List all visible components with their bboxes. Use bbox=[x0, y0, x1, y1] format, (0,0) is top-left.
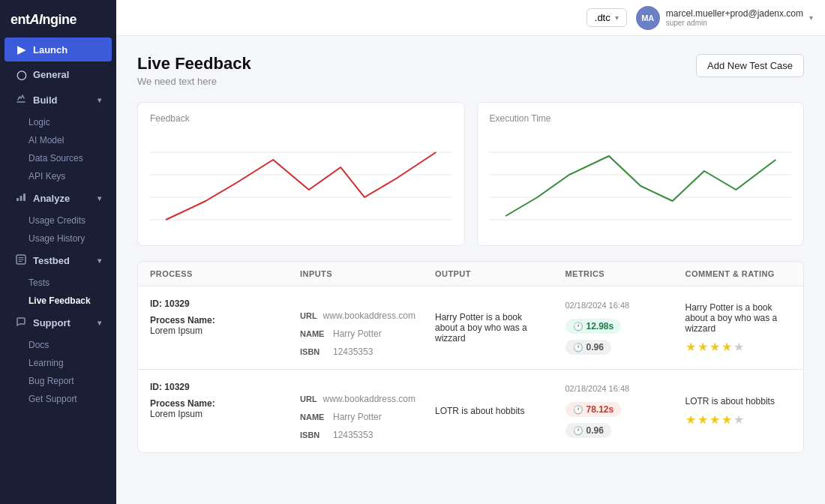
td-comment-2: LOTR is about hobbits ★ ★ ★ ★ ★ bbox=[674, 370, 804, 452]
table-row: ID: 10329 Process Name: Lorem Ipsum URL … bbox=[138, 286, 803, 370]
analyze-chevron: ▾ bbox=[98, 194, 101, 202]
sidebar-sub-api-keys[interactable]: API Keys bbox=[0, 167, 116, 185]
sidebar-item-general[interactable]: ◯ General bbox=[4, 63, 112, 86]
sidebar-sub-get-support[interactable]: Get Support bbox=[0, 390, 116, 408]
td-comment-1: Harry Potter is a book about a boy who w… bbox=[674, 286, 804, 369]
execution-chart-card: Execution Time bbox=[477, 102, 805, 246]
svg-rect-2 bbox=[23, 194, 26, 201]
sidebar-sub-usage-credits[interactable]: Usage Credits bbox=[0, 212, 116, 230]
sidebar-sub-usage-history[interactable]: Usage History bbox=[0, 230, 116, 248]
sidebar-sub-live-feedback[interactable]: Live Feedback bbox=[0, 292, 116, 310]
sidebar-item-launch[interactable]: ▶ Launch bbox=[4, 38, 112, 62]
sidebar-item-analyze[interactable]: Analyze ▾ bbox=[4, 186, 112, 211]
star-1-5: ★ bbox=[734, 340, 744, 354]
user-menu-chevron[interactable]: ▾ bbox=[809, 14, 813, 22]
table-row: ID: 10329 Process Name: Lorem Ipsum URL … bbox=[138, 370, 803, 452]
sidebar-sub-docs[interactable]: Docs bbox=[0, 336, 116, 354]
clock-icon-red-2: 🕐 bbox=[573, 405, 584, 415]
star-2-2: ★ bbox=[698, 412, 708, 427]
add-test-case-button[interactable]: Add New Test Case bbox=[696, 54, 804, 77]
feedback-chart-card: Feedback bbox=[137, 102, 465, 246]
sidebar-sub-bug-report[interactable]: Bug Report bbox=[0, 372, 116, 390]
sidebar-sub-data-sources[interactable]: Data Sources bbox=[0, 149, 116, 167]
star-2-3: ★ bbox=[710, 412, 720, 427]
star-2-4: ★ bbox=[722, 412, 732, 427]
sidebar-item-testbed[interactable]: Testbed ▾ bbox=[4, 248, 112, 273]
svg-rect-1 bbox=[20, 196, 22, 201]
charts-row: Feedback Execution Time bbox=[137, 102, 804, 246]
app-logo: entAIngine bbox=[0, 0, 116, 37]
topbar: .dtc ▾ MA marcel.mueller+prod@jadenx.com… bbox=[116, 0, 825, 36]
input-isbn-2: ISBN 12435353 bbox=[300, 430, 411, 440]
td-inputs-2: URL www.bookaddress.com NAME Harry Potte… bbox=[288, 370, 423, 452]
general-icon: ◯ bbox=[15, 70, 27, 80]
user-email: marcel.mueller+prod@jadenx.com bbox=[666, 8, 803, 19]
sidebar-sub-ai-model[interactable]: AI Model bbox=[0, 131, 116, 149]
data-table: PROCESS INPUTS OUTPUT METRICS COMMENT & … bbox=[137, 261, 804, 453]
process-name-label-1: Process Name: bbox=[150, 315, 276, 326]
sidebar-sub-logic[interactable]: Logic bbox=[0, 113, 116, 131]
clock-icon-grey-2: 🕐 bbox=[573, 426, 584, 436]
clock-icon-grey-1: 🕐 bbox=[573, 343, 584, 352]
metric-badge-grey-1: 🕐 0.96 bbox=[566, 340, 611, 355]
td-inputs-1: URL www.bookaddress.com NAME Harry Potte… bbox=[288, 286, 423, 369]
input-name-2: NAME Harry Potter bbox=[300, 412, 411, 422]
avatar: MA bbox=[636, 6, 660, 30]
process-name-1: Lorem Ipsum bbox=[150, 326, 276, 336]
sidebar: entAIngine ▶ Launch ◯ General Build ▾ Lo… bbox=[0, 0, 116, 504]
svg-rect-0 bbox=[16, 198, 19, 201]
sidebar-sub-tests[interactable]: Tests bbox=[0, 274, 116, 292]
sidebar-item-support[interactable]: Support ▾ bbox=[4, 310, 112, 335]
process-id-1: ID: 10329 bbox=[150, 298, 276, 309]
testbed-chevron: ▾ bbox=[98, 256, 101, 265]
tenant-selector[interactable]: .dtc ▾ bbox=[586, 8, 627, 27]
feedback-chart-label: Feedback bbox=[150, 113, 452, 124]
sidebar-item-build[interactable]: Build ▾ bbox=[4, 88, 112, 112]
launch-icon: ▶ bbox=[15, 44, 27, 56]
metric-date-2: 02/18/2024 16:48 bbox=[566, 384, 662, 393]
feedback-chart-area bbox=[150, 130, 452, 235]
user-role: super admin bbox=[666, 19, 803, 27]
execution-chart-area bbox=[490, 130, 792, 235]
rating-stars-1: ★ ★ ★ ★ ★ bbox=[686, 340, 792, 354]
star-1-4: ★ bbox=[722, 340, 732, 354]
testbed-icon bbox=[15, 254, 27, 267]
input-name-1: NAME Harry Potter bbox=[300, 328, 411, 339]
support-chevron: ▾ bbox=[98, 319, 101, 327]
metric-badge-green-1: 🕐 12.98s bbox=[566, 319, 622, 334]
td-metrics-2: 02/18/2024 16:48 🕐 78.12s 🕐 0.96 bbox=[554, 370, 674, 452]
col-metrics: METRICS bbox=[554, 269, 674, 278]
build-chevron: ▾ bbox=[98, 96, 101, 104]
clock-icon-green-1: 🕐 bbox=[573, 322, 584, 332]
td-process-1: ID: 10329 Process Name: Lorem Ipsum bbox=[138, 286, 288, 369]
col-inputs: INPUTS bbox=[288, 269, 423, 278]
page-title: Live Feedback bbox=[137, 54, 251, 74]
page-title-section: Live Feedback We need text here bbox=[137, 54, 251, 87]
user-info: marcel.mueller+prod@jadenx.com super adm… bbox=[666, 8, 803, 27]
support-icon bbox=[15, 316, 27, 329]
table-header: PROCESS INPUTS OUTPUT METRICS COMMENT & … bbox=[138, 262, 803, 286]
td-output-2: LOTR is about hobbits bbox=[423, 370, 554, 452]
input-isbn-1: ISBN 12435353 bbox=[300, 346, 411, 357]
metric-date-1: 02/18/2024 16:48 bbox=[566, 301, 662, 310]
metric-badge-grey-2: 🕐 0.96 bbox=[566, 423, 611, 438]
input-url-1: URL www.bookaddress.com bbox=[300, 310, 411, 321]
execution-chart-svg bbox=[490, 130, 792, 235]
process-name-2: Lorem Ipsum bbox=[150, 409, 276, 419]
col-comment: COMMENT & RATING bbox=[674, 269, 804, 278]
input-url-2: URL www.bookaddress.com bbox=[300, 394, 411, 404]
process-id-2: ID: 10329 bbox=[150, 382, 276, 392]
col-process: PROCESS bbox=[138, 269, 288, 278]
tenant-chevron: ▾ bbox=[615, 14, 619, 22]
star-1-1: ★ bbox=[686, 340, 696, 354]
star-2-5: ★ bbox=[734, 412, 744, 427]
star-1-2: ★ bbox=[698, 340, 708, 354]
col-output: OUTPUT bbox=[423, 269, 554, 278]
star-2-1: ★ bbox=[686, 412, 696, 427]
user-section: MA marcel.mueller+prod@jadenx.com super … bbox=[636, 6, 813, 30]
main-area: .dtc ▾ MA marcel.mueller+prod@jadenx.com… bbox=[116, 0, 825, 504]
sidebar-sub-learning[interactable]: Learning bbox=[0, 354, 116, 372]
metric-badge-red-2: 🕐 78.12s bbox=[566, 402, 622, 417]
td-process-2: ID: 10329 Process Name: Lorem Ipsum bbox=[138, 370, 288, 452]
rating-stars-2: ★ ★ ★ ★ ★ bbox=[686, 412, 792, 427]
